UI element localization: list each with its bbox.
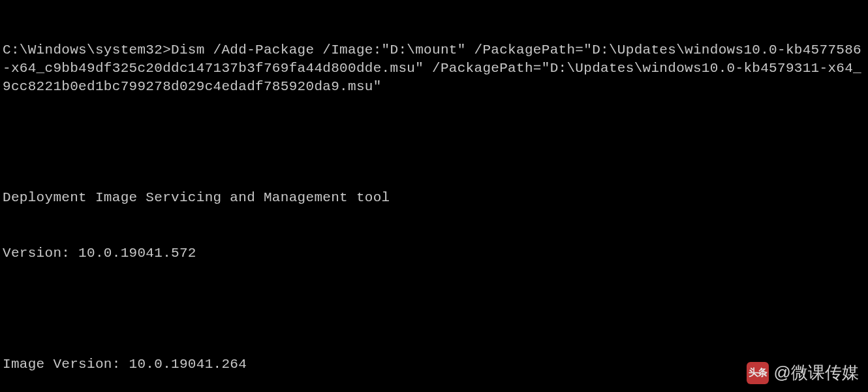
terminal-line: Version: 10.0.19041.572 — [3, 244, 865, 263]
terminal-line: C:\Windows\system32>Dism /Add-Package /I… — [3, 41, 865, 97]
terminal-output[interactable]: C:\Windows\system32>Dism /Add-Package /I… — [0, 0, 868, 392]
terminal-line: Deployment Image Servicing and Managemen… — [3, 189, 865, 207]
watermark-logo-text: 头条 — [749, 367, 767, 379]
blank-line — [3, 300, 865, 318]
blank-line — [3, 133, 865, 152]
watermark-logo-icon: 头条 — [747, 362, 769, 384]
watermark-handle: @微课传媒 — [774, 361, 859, 384]
watermark: 头条 @微课传媒 — [747, 361, 859, 384]
terminal-line: Image Version: 10.0.19041.264 — [3, 355, 865, 374]
